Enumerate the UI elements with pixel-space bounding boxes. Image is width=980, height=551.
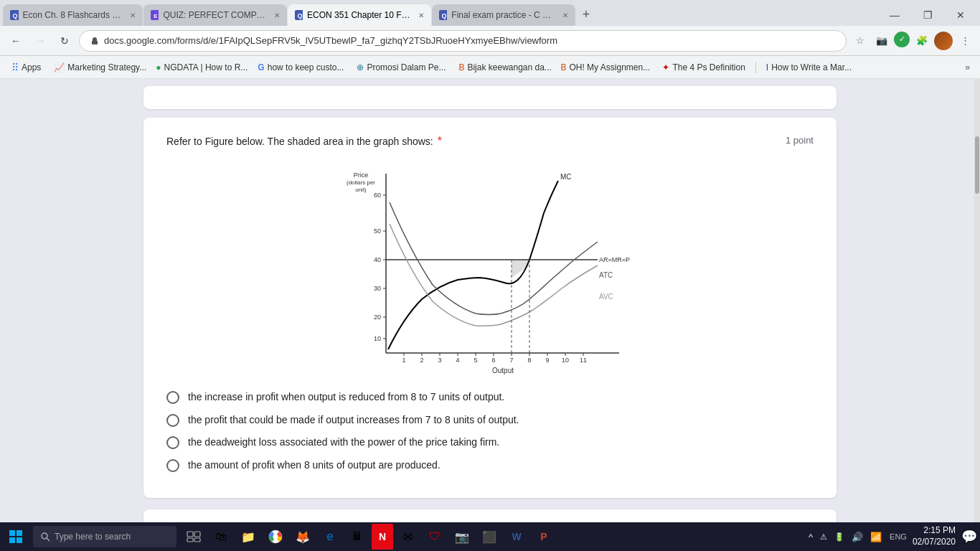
settings-icon[interactable] bbox=[934, 32, 953, 50]
bookmark-4ps[interactable]: ✦ The 4 Ps Definition bbox=[656, 60, 750, 75]
address-input[interactable]: docs.google.com/forms/d/e/1FAIpQLSepFRV5… bbox=[79, 30, 847, 52]
language-indicator: ENG bbox=[890, 532, 907, 541]
content-area: Refer to Figure below. The shaded area i… bbox=[0, 79, 980, 522]
quizlet-icon-4: Q bbox=[439, 10, 447, 20]
bookmark-wordpress[interactable]: ⊕ Promosi Dalam Pe... bbox=[351, 60, 451, 75]
bookmark-apps[interactable]: ⠿ Apps bbox=[6, 60, 47, 75]
reload-button[interactable]: ↻ bbox=[55, 31, 75, 51]
svg-text:4: 4 bbox=[456, 357, 459, 364]
edge-icon[interactable]: e bbox=[317, 524, 343, 550]
close-button[interactable]: ✕ bbox=[944, 5, 977, 25]
file-explorer-icon[interactable]: 📁 bbox=[235, 524, 261, 550]
menu-icon[interactable]: ⋮ bbox=[956, 32, 974, 50]
svg-rect-62 bbox=[187, 532, 193, 537]
maximize-button[interactable]: ❐ bbox=[911, 5, 944, 25]
firefox-icon[interactable]: 🦊 bbox=[290, 524, 316, 550]
svg-text:E: E bbox=[154, 13, 158, 19]
address-bar: ← → ↻ docs.google.com/forms/d/e/1FAIpQLS… bbox=[0, 26, 980, 56]
address-icons: ☆ 📷 ✓ 🧩 ⋮ bbox=[851, 32, 974, 50]
bookmark-google[interactable]: G how to keep custo... bbox=[252, 60, 349, 75]
svg-rect-58 bbox=[9, 537, 15, 543]
chrome-svg bbox=[268, 529, 283, 544]
svg-rect-57 bbox=[17, 530, 22, 536]
economics-graph: Price (dollars per unit) 60 50 40 30 bbox=[339, 159, 641, 382]
svg-text:7: 7 bbox=[509, 357, 513, 364]
bookmark-bijak[interactable]: B Bijak keewangan da... bbox=[453, 60, 553, 75]
windows-icon bbox=[9, 529, 23, 544]
word-icon[interactable]: W bbox=[504, 524, 529, 550]
forward-button[interactable]: → bbox=[30, 31, 50, 51]
svg-rect-59 bbox=[17, 537, 22, 543]
calc-icon[interactable]: 🖩 bbox=[344, 524, 370, 550]
clock[interactable]: 2:15 PM 02/07/2020 bbox=[913, 525, 956, 547]
tab-close-3[interactable]: ✕ bbox=[418, 11, 424, 19]
tray-battery[interactable]: 🔋 bbox=[832, 532, 847, 542]
browser-chrome: Q Econ Ch. 8 Flashcards | Quizlet ✕ E QU… bbox=[0, 0, 980, 79]
radio-button-2[interactable] bbox=[166, 414, 179, 427]
taskbar-search[interactable]: Type here to search bbox=[33, 526, 176, 547]
scroll-thumb[interactable] bbox=[975, 136, 979, 194]
tray-warn[interactable]: ⚠ bbox=[818, 532, 829, 542]
svg-text:AVC: AVC bbox=[599, 293, 613, 301]
tab-4[interactable]: Q Final exam practice - C Flashcard ✕ bbox=[432, 4, 575, 26]
required-star: * bbox=[438, 135, 442, 148]
chrome-icon[interactable] bbox=[263, 524, 288, 550]
tab-close-4[interactable]: ✕ bbox=[562, 11, 568, 19]
wifi-icon[interactable]: 📶 bbox=[868, 532, 884, 542]
bookmark-ngdata[interactable]: ● NGDATA | How to R... bbox=[150, 60, 250, 75]
blogger-icon-2: B bbox=[560, 62, 566, 72]
new-tab-button[interactable]: + bbox=[576, 4, 596, 24]
tab-2[interactable]: E QUIZ: PERFECT COMPETITION ✕ bbox=[143, 4, 287, 26]
question-text: Refer to Figure below. The shaded area i… bbox=[166, 136, 433, 147]
bookmark-icon-write: I bbox=[766, 62, 768, 72]
extensions-icon[interactable]: 🧩 bbox=[913, 32, 931, 50]
bookmark-oh[interactable]: B OH! My Assignmen... bbox=[555, 60, 655, 75]
svg-text:6: 6 bbox=[491, 357, 495, 364]
tab-close-2[interactable]: ✕ bbox=[274, 11, 280, 19]
store-icon[interactable]: 🛍 bbox=[208, 524, 234, 550]
radio-label-3: the deadweight loss associated with the … bbox=[188, 435, 499, 450]
volume-icon[interactable]: 🔊 bbox=[849, 532, 865, 542]
radio-option-4[interactable]: the amount of profit when 8 units of out… bbox=[166, 458, 814, 473]
taskview-icon[interactable] bbox=[181, 524, 207, 550]
bookmark-icon-4ps: ✦ bbox=[662, 62, 669, 72]
svg-point-67 bbox=[273, 534, 278, 540]
radio-option-3[interactable]: the deadweight loss associated with the … bbox=[166, 435, 814, 450]
bookmark-howtowrite[interactable]: I How to Write a Mar... bbox=[760, 60, 857, 75]
security-icon[interactable]: 🛡 bbox=[422, 524, 448, 550]
camera-icon[interactable]: 📷 bbox=[449, 524, 475, 550]
task-view-svg bbox=[187, 531, 201, 542]
minimize-button[interactable]: — bbox=[878, 5, 911, 25]
bookmarks-overflow[interactable]: » bbox=[961, 60, 974, 75]
mail-icon[interactable]: ✉ bbox=[395, 524, 420, 550]
powerpoint-icon[interactable]: P bbox=[531, 524, 557, 550]
bookmark-star-icon[interactable]: ☆ bbox=[851, 32, 870, 50]
radio-button-4[interactable] bbox=[166, 459, 179, 472]
radio-button-3[interactable] bbox=[166, 436, 179, 449]
svg-text:9: 9 bbox=[545, 357, 549, 364]
tab-close-1[interactable]: ✕ bbox=[130, 11, 136, 19]
scrollbar[interactable] bbox=[974, 79, 980, 522]
tab-1[interactable]: Q Econ Ch. 8 Flashcards | Quizlet ✕ bbox=[3, 4, 143, 26]
radio-option-2[interactable]: the profit that could be made if output … bbox=[166, 413, 814, 428]
radio-button-1[interactable] bbox=[166, 391, 179, 404]
screenshot-icon[interactable]: 📷 bbox=[872, 32, 891, 50]
svg-text:8: 8 bbox=[527, 357, 531, 364]
notification-icon[interactable]: 💬 bbox=[961, 529, 977, 545]
question-card: Refer to Figure below. The shaded area i… bbox=[143, 118, 837, 498]
tab-3[interactable]: Q ECON 351 Chapter 10 Flashcards ✕ bbox=[288, 4, 431, 26]
svg-rect-65 bbox=[194, 538, 200, 542]
start-button[interactable] bbox=[3, 524, 29, 550]
tray-chevron[interactable]: ^ bbox=[806, 532, 815, 542]
bookmark-icon-3: ● bbox=[156, 62, 161, 72]
office-icon[interactable]: ⬛ bbox=[476, 524, 502, 550]
radio-label-1: the increase in profit when output is re… bbox=[188, 390, 504, 405]
radio-option-1[interactable]: the increase in profit when output is re… bbox=[166, 390, 814, 405]
netflix-icon[interactable]: N bbox=[372, 524, 393, 550]
bookmarks-bar: ⠿ Apps 📈 Marketing Strategy... ● NGDATA … bbox=[0, 56, 980, 79]
bookmark-marketing[interactable]: 📈 Marketing Strategy... bbox=[48, 60, 149, 75]
svg-text:60: 60 bbox=[374, 192, 381, 199]
back-button[interactable]: ← bbox=[6, 31, 26, 51]
svg-text:ATC: ATC bbox=[599, 271, 613, 279]
extension-icon-green[interactable]: ✓ bbox=[894, 32, 910, 47]
